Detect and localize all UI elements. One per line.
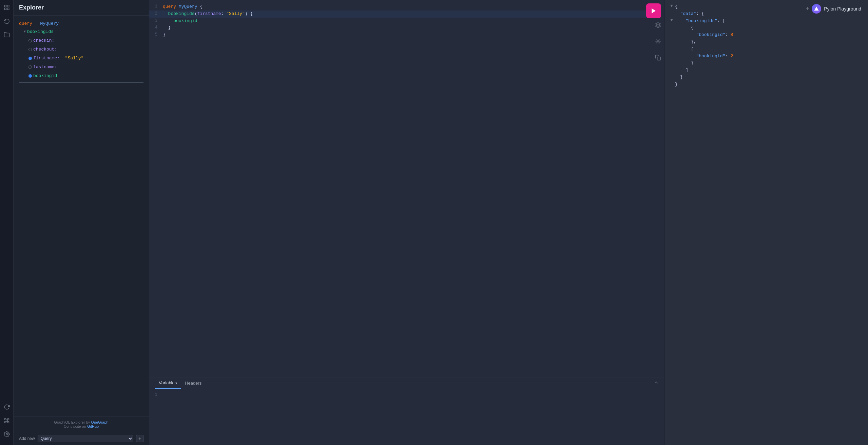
query-name: MyQuery [40,21,59,26]
query-keyword: query [19,21,32,26]
line-content-4: } [163,24,651,32]
bottom-tabs: Variables Headers [149,378,664,389]
sidebar-bottom-icons [3,403,11,442]
sidebar-icon-refresh[interactable] [3,403,11,411]
expand-2[interactable]: ▼ [670,18,674,23]
bookingid-field: bookingid [33,72,57,80]
dot-checkin [28,39,32,42]
result-line-10: } [665,74,868,81]
result-content-4: "bookingid": 8 [675,32,863,39]
code-editor[interactable]: 1 query MyQuery { 2 bookingIds(firstname… [149,0,651,377]
code-line-3: 3 bookingid [149,18,651,25]
result-line-4: "bookingid": 8 [665,32,868,39]
svg-point-4 [6,433,7,435]
add-new-row: Add new Query + [14,432,149,445]
result-content-3: { [675,24,863,32]
result-content-8: } [675,60,863,67]
toolbar-copy-icon[interactable] [653,53,663,62]
tree-checkin[interactable]: checkin: [28,36,143,45]
tree-bookingids[interactable]: ▼ bookingIds [24,27,143,36]
line-num-2: 2 [149,11,163,17]
footer-link-onegraph[interactable]: OneGraph [91,420,108,424]
bookingids-field: bookingIds [27,27,54,36]
explorer-title: Explorer [19,4,143,11]
toolbar-merge-icon[interactable] [653,37,663,46]
explorer-header: Explorer [14,0,149,16]
dot-checkout [28,48,32,51]
expand-0[interactable]: ▼ [670,3,674,8]
sidebar-icon-folder[interactable] [3,31,11,39]
app-logo [812,4,821,14]
code-line-1: 1 query MyQuery { [149,3,651,11]
explorer-footer: GraphiQL Explorer by OneGraph Contribute… [14,417,149,432]
dot-bookingid [28,74,32,78]
svg-point-6 [657,41,659,42]
tree-checkout[interactable]: checkout: [28,45,143,54]
tree-firstname[interactable]: firstname: "Sally" [28,54,143,63]
bottom-content[interactable]: 1 [149,389,664,445]
sidebar-icon-grid[interactable] [3,3,11,12]
explorer-content: query MyQuery ▼ bookingIds checkin: chec… [14,16,149,417]
result-content-9: ] [675,67,863,74]
tab-headers[interactable]: Headers [181,378,206,388]
toolbar-prettify-icon[interactable] [653,20,663,30]
add-new-select[interactable]: Query [38,435,133,442]
icon-sidebar [0,0,14,445]
dot-lastname [28,65,32,69]
tree-bookingids-children: checkin: checkout: firstname: "Sally" la… [24,36,143,80]
tree-bookingid[interactable]: bookingid [28,72,143,80]
line-num-3: 3 [149,18,163,24]
code-line-5: 5 } [149,32,651,39]
line-num-4: 4 [149,24,163,31]
footer-text2: Contribute on [64,424,87,428]
svg-marker-5 [652,8,656,14]
line-content-3: bookingid [163,18,651,25]
line-content-5: } [163,32,651,39]
main-area: 1 query MyQuery { 2 bookingIds(firstname… [149,0,664,445]
svg-rect-2 [4,8,6,10]
footer-text1: GraphiQL Explorer by [54,420,91,424]
sidebar-icon-command[interactable] [3,417,11,425]
svg-marker-8 [814,6,819,11]
footer-link-github[interactable]: GitHub [87,424,99,428]
bottom-chevron-icon[interactable] [654,380,659,387]
firstname-field: firstname: [33,54,60,63]
result-content-11: } [675,81,863,88]
sidebar-top-icons [3,3,11,403]
add-new-label: Add new [19,436,35,441]
tab-variables[interactable]: Variables [155,378,181,389]
svg-rect-3 [7,8,9,10]
add-new-button[interactable]: + [136,435,143,442]
code-line-4: 4 } [149,24,651,32]
sidebar-icon-history[interactable] [3,17,11,25]
add-tab-icon[interactable]: + [806,6,809,12]
result-content-6: { [675,46,863,53]
line-num-5: 5 [149,32,163,38]
bottom-panel: Variables Headers 1 [149,377,664,445]
explorer-panel: Explorer query MyQuery ▼ bookingIds chec… [14,0,149,445]
editor-section: 1 query MyQuery { 2 bookingIds(firstname… [149,0,664,377]
checkout-field: checkout: [33,45,57,54]
result-line-5: }, [665,39,868,46]
checkin-field: checkin: [33,36,54,45]
run-button[interactable] [646,3,661,18]
tree-lastname[interactable]: lastname: [28,63,143,72]
result-line-3: { [665,24,868,32]
code-line-2: 2 bookingIds(firstname: "Sally") { [149,11,651,18]
editor-pane: 1 query MyQuery { 2 bookingIds(firstname… [149,0,651,377]
line-content-1: query MyQuery { [163,3,651,11]
result-line-8: } [665,60,868,67]
query-declaration: query MyQuery [19,20,143,27]
firstname-value: "Sally" [65,54,84,63]
svg-rect-0 [4,5,6,7]
lastname-field: lastname: [33,63,57,72]
result-line-7: "bookingid": 2 [665,53,868,60]
results-panel: ▼ { "data": { ▼ "bookingIds": [ { "booki… [664,0,868,445]
top-right-header: + Pylon Playground [799,0,868,18]
result-line-2: ▼ "bookingIds": [ [665,18,868,25]
line-num-1: 1 [149,3,163,10]
sidebar-icon-settings[interactable] [3,430,11,438]
variable-line-1: 1 [149,392,664,399]
svg-rect-1 [7,5,9,7]
dot-firstname [28,57,32,60]
